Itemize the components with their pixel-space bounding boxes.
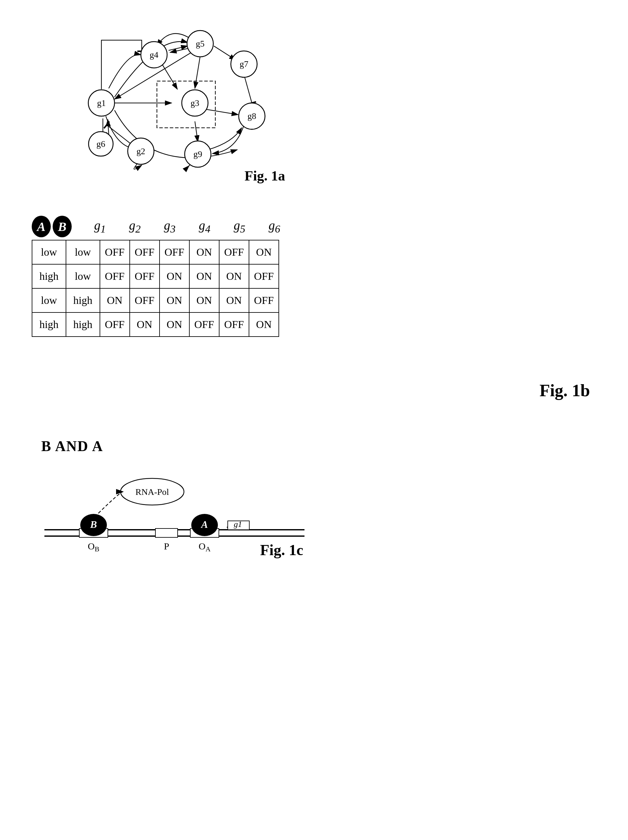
svg-text:OA: OA [199,541,211,553]
cell-b-1: low [66,240,100,264]
cell-g1-2: OFF [100,264,130,288]
cell-g5-3: ON [219,288,249,313]
table-row: low high ON OFF ON ON ON OFF [32,288,279,313]
cell-g2-3: OFF [130,288,159,313]
cell-g6-1: ON [249,240,279,264]
col-header-g5: g5 [222,218,257,235]
cell-g2-2: OFF [130,264,159,288]
svg-line-12 [195,122,197,142]
cell-a-2: high [32,264,66,288]
cell-g6-4: ON [249,313,279,336]
svg-text:g6: g6 [96,139,105,149]
cell-g4-2: ON [189,264,219,288]
svg-text:RNA-Pol: RNA-Pol [136,487,169,497]
figure-1b: A B g1 g2 g3 g4 g5 g6 low low OFF OFF OF… [32,216,292,337]
table-row: low low OFF OFF OFF ON OFF ON [32,240,279,264]
svg-line-5 [169,46,188,51]
col-header-g4: g4 [187,218,222,235]
svg-text:OB: OB [88,541,99,553]
svg-line-6 [170,48,188,52]
cell-g4-1: ON [189,240,219,264]
svg-text:g5: g5 [196,39,205,49]
cell-g1-4: OFF [100,313,130,336]
svg-text:P: P [164,541,169,551]
cell-a-3: low [32,288,66,313]
cell-g4-3: ON [189,288,219,313]
truth-table: low low OFF OFF OFF ON OFF ON high low O… [32,240,279,337]
cell-g3-4: ON [159,313,189,336]
cell-g3-2: ON [159,264,189,288]
cell-g1-3: ON [100,288,130,313]
col-header-g3: g3 [152,218,187,235]
svg-line-8 [161,63,178,89]
svg-text:Fig. 1c: Fig. 1c [260,542,303,558]
cell-b-3: high [66,288,100,313]
cell-g6-3: OFF [249,288,279,313]
svg-text:g9: g9 [194,149,202,159]
svg-line-11 [203,109,238,115]
figure-1c: B A RNA-Pol g1 OB P OA Fig. 1c [32,438,317,596]
cell-g1-1: OFF [100,240,130,264]
cell-g3-3: ON [159,288,189,313]
svg-line-7 [195,56,200,88]
svg-text:A: A [200,519,208,530]
cell-g5-4: OFF [219,313,249,336]
svg-text:g2: g2 [136,146,145,156]
col-header-g2: g2 [117,218,152,235]
svg-text:g3: g3 [191,98,199,108]
table-header: A B g1 g2 g3 g4 g5 g6 [32,216,292,237]
cell-g4-4: OFF [189,313,219,336]
cell-a-4: high [32,313,66,336]
col-header-g1: g1 [82,218,117,235]
cell-b-4: high [66,313,100,336]
cell-g5-2: ON [219,264,249,288]
svg-text:g4: g4 [150,50,159,60]
svg-text:g1: g1 [234,519,242,529]
col-headers: g1 g2 g3 g4 g5 g6 [76,218,292,235]
cell-b-2: low [66,264,100,288]
svg-text:g7: g7 [240,59,248,69]
badge-a: A [32,216,51,237]
table-row: high low OFF OFF ON ON ON OFF [32,264,279,288]
svg-text:Fig. 1a: Fig. 1a [245,168,285,184]
cell-g5-1: OFF [219,240,249,264]
cell-g2-4: ON [130,313,159,336]
cell-a-1: low [32,240,66,264]
badge-b: B [53,216,72,237]
svg-text:g8: g8 [248,111,256,121]
fig1b-label: Fig. 1b [540,381,590,400]
cell-g2-1: OFF [130,240,159,264]
svg-line-10 [245,77,252,103]
table-row: high high OFF ON ON OFF OFF ON [32,313,279,336]
svg-text:B: B [90,519,97,530]
col-header-g6: g6 [257,218,292,235]
figure-1a: g1 g2 g3 g4 g5 g6 g7 g8 g9 Fig. 1a [63,13,286,190]
svg-text:g1: g1 [97,98,106,108]
cell-g6-2: OFF [249,264,279,288]
svg-rect-39 [155,529,178,537]
cell-g3-1: OFF [159,240,189,264]
